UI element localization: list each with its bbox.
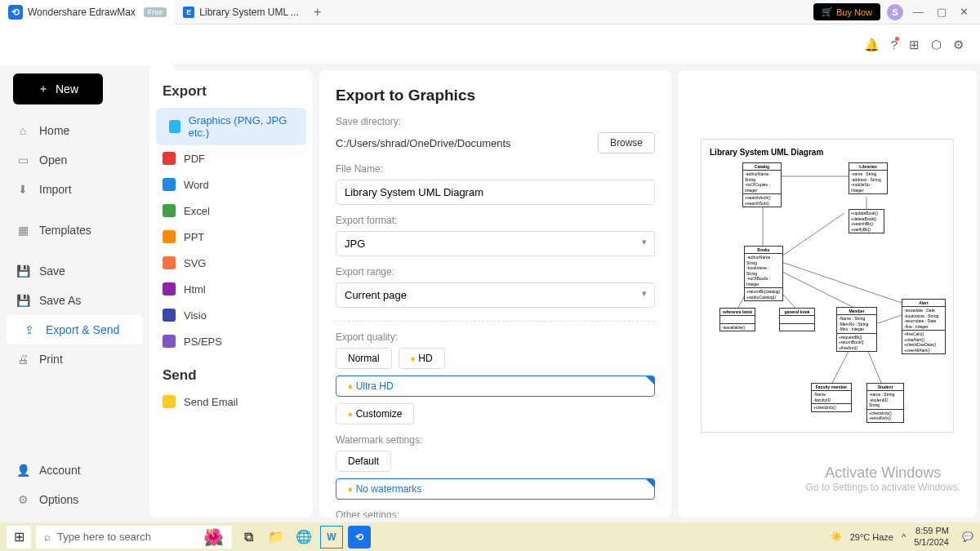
maximize-icon[interactable]: ▢ xyxy=(933,6,950,18)
left-nav: ＋ New ⌂Home ▭Open ⬇Import ▦Templates 💾Sa… xyxy=(0,65,149,522)
print-icon: 🖨 xyxy=(16,353,29,366)
close-icon[interactable]: ✕ xyxy=(956,6,972,18)
file-explorer-icon[interactable]: 📁 xyxy=(265,526,287,549)
range-select[interactable]: Current page xyxy=(336,282,655,308)
nav-options[interactable]: ⚙Options xyxy=(0,485,149,514)
settings-icon[interactable]: ⚙ xyxy=(953,38,964,52)
shirt-icon[interactable]: ⬡ xyxy=(931,38,942,52)
doc-icon: E xyxy=(183,7,194,18)
help-icon[interactable]: ? xyxy=(891,38,898,51)
nav-open[interactable]: ▭Open xyxy=(0,145,149,175)
browse-button[interactable]: Browse xyxy=(598,132,655,153)
export-visio[interactable]: Visio xyxy=(149,302,313,328)
send-email[interactable]: Send Email xyxy=(149,389,313,415)
buy-now-button[interactable]: 🛒 Buy Now xyxy=(813,3,880,20)
export-pdf[interactable]: PDF xyxy=(149,145,313,171)
task-view-icon[interactable]: ⧉ xyxy=(237,526,260,549)
new-tab-button[interactable]: + xyxy=(307,5,327,20)
export-svg[interactable]: SVG xyxy=(149,250,313,276)
free-badge: Free xyxy=(144,7,167,17)
import-icon: ⬇ xyxy=(16,183,29,196)
watermark-default[interactable]: Default xyxy=(336,451,391,472)
weather-icon[interactable]: ☀️ xyxy=(831,531,842,542)
quality-uhd[interactable]: ♦Ultra HD xyxy=(336,375,655,397)
plus-icon: ＋ xyxy=(38,82,49,96)
html-icon xyxy=(163,282,176,295)
export-excel[interactable]: Excel xyxy=(149,198,313,224)
svg-line-10 xyxy=(878,315,902,323)
preview-canvas: Library System UML Diagram Catalog-autho… xyxy=(701,139,954,433)
quality-label: Export quality: xyxy=(336,331,655,343)
watermark-none[interactable]: ♦No watermarks xyxy=(336,478,655,500)
export-graphics[interactable]: Graphics (PNG, JPG etc.) xyxy=(156,108,306,145)
taskbar-clock[interactable]: 8:59 PM 5/1/2024 xyxy=(914,526,954,547)
minimize-icon[interactable]: — xyxy=(910,6,927,18)
nav-print[interactable]: 🖨Print xyxy=(0,344,149,374)
uml-class-faculty-member: Faculty member-Name-facultyID+checkInfo(… xyxy=(811,383,852,412)
export-word[interactable]: Word xyxy=(149,171,313,198)
send-header: Send xyxy=(149,354,313,389)
quality-normal[interactable]: Normal xyxy=(336,348,392,369)
save-dir-label: Save directory: xyxy=(336,116,655,127)
doc-tab-label: Library System UML ... xyxy=(199,7,299,18)
bell-icon[interactable]: 🔔 xyxy=(864,38,880,52)
account-icon: 👤 xyxy=(16,464,29,477)
search-icon: ⌕ xyxy=(44,531,51,543)
uml-class-catalog: Catalog-authorName : String-noOfCopies :… xyxy=(742,162,782,207)
save-dir-path: C:/Users/shrad/OneDrive/Documents xyxy=(336,137,591,149)
chrome-icon[interactable]: 🌐 xyxy=(292,526,315,549)
email-icon xyxy=(163,395,176,408)
word-icon xyxy=(163,178,176,191)
cart-icon: 🛒 xyxy=(822,7,833,17)
uml-class-books: Books-authorName : String-bookname : Str… xyxy=(744,246,783,301)
uml-class-alert: Alert-issuedate : Date-bookname : String… xyxy=(902,299,946,354)
uml-class-member: Member-Name : String-MemNo : String-Mno … xyxy=(836,307,877,352)
preview-panel: Library System UML Diagram Catalog-autho… xyxy=(678,70,977,518)
activate-windows-watermark: Activate Windows Go to Settings to activ… xyxy=(806,464,960,493)
export-types-panel: Export Graphics (PNG, JPG etc.) PDF Word… xyxy=(149,70,313,518)
pdf-icon xyxy=(163,152,176,165)
preview-diagram-title: Library System UML Diagram xyxy=(710,148,945,157)
uml-class-librarian-ops: +updateBook()+deleteBook()+searchBk()+ve… xyxy=(849,209,884,233)
export-ppt[interactable]: PPT xyxy=(149,224,313,250)
nav-saveas[interactable]: 💾Save As xyxy=(0,286,149,315)
nav-save[interactable]: 💾Save xyxy=(0,256,149,286)
nav-home[interactable]: ⌂Home xyxy=(0,116,149,145)
filename-input[interactable] xyxy=(336,180,655,205)
crown-icon: ♦ xyxy=(411,353,416,363)
export-icon: ⇪ xyxy=(23,323,36,336)
tab-document[interactable]: E Library System UML ... xyxy=(175,1,307,24)
start-button[interactable]: ⊞ xyxy=(7,526,31,549)
visio-icon xyxy=(163,309,176,322)
nav-account[interactable]: 👤Account xyxy=(0,455,149,485)
weather-text[interactable]: 29°C Haze xyxy=(850,532,893,542)
app-name: Wondershare EdrawMax xyxy=(28,7,136,18)
export-form-panel: Export to Graphics Save directory: C:/Us… xyxy=(319,70,671,518)
export-html[interactable]: Html xyxy=(149,276,313,302)
range-label: Export range: xyxy=(336,266,655,278)
new-button[interactable]: ＋ New xyxy=(13,73,103,104)
avatar[interactable]: S xyxy=(887,4,903,20)
taskbar-search[interactable]: ⌕ Type here to search 🌺 xyxy=(36,526,232,549)
format-label: Export format: xyxy=(336,215,655,226)
crown-icon: ♦ xyxy=(348,484,353,494)
nav-templates[interactable]: ▦Templates xyxy=(0,216,149,245)
search-placeholder: Type here to search xyxy=(57,531,151,543)
quality-hd[interactable]: ♦HD xyxy=(399,348,445,369)
tray-chevron-icon[interactable]: ^ xyxy=(902,532,906,542)
notifications-icon[interactable]: 💬 xyxy=(962,531,973,542)
nav-import[interactable]: ⬇Import xyxy=(0,175,149,204)
saveas-icon: 💾 xyxy=(16,294,29,307)
word-taskbar-icon[interactable]: W xyxy=(320,526,343,549)
svg-icon xyxy=(163,256,176,269)
svg-line-6 xyxy=(779,270,853,307)
apps-icon[interactable]: ⊞ xyxy=(909,38,920,52)
uml-class-librarian: Librarian-name : String-address : String… xyxy=(849,162,888,194)
nav-export-send[interactable]: ⇪Export & Send xyxy=(7,315,143,344)
quality-custom[interactable]: ♦Customize xyxy=(336,403,414,424)
format-select[interactable]: JPG xyxy=(336,231,655,256)
edrawmax-taskbar-icon[interactable]: ⟲ xyxy=(348,526,371,549)
export-pseps[interactable]: PS/EPS xyxy=(149,328,313,354)
svg-line-7 xyxy=(782,262,902,303)
options-icon: ⚙ xyxy=(16,493,29,506)
